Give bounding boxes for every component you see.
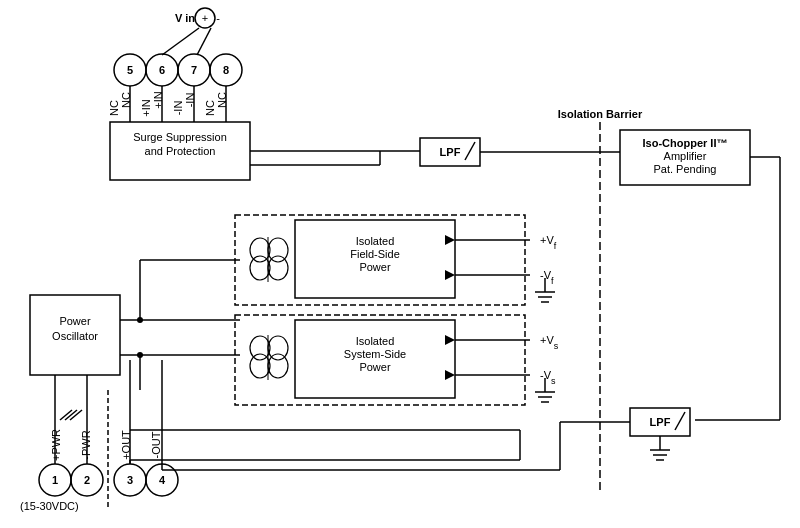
- pwr-neg-label: -PWR: [80, 430, 92, 459]
- schematic-diagram: V in + - 5 6 7 8 NC +IN -IN NC NC +IN -I…: [0, 0, 800, 528]
- terminal-4: 4: [159, 474, 166, 486]
- svg-point-75: [137, 317, 143, 323]
- v-in-label: V in: [175, 12, 195, 24]
- svg-text:NC: NC: [108, 100, 120, 116]
- svg-text:5: 5: [127, 64, 133, 76]
- svg-text:-: -: [216, 12, 220, 24]
- svg-text:8: 8: [223, 64, 229, 76]
- pwr-pos-label: +PWR: [50, 429, 62, 461]
- lpf-bottom-label: LPF: [650, 416, 671, 428]
- isolated-field-label2: Field-Side: [350, 248, 400, 260]
- surge-suppression-label: Surge Suppression: [133, 131, 227, 143]
- surge-suppression-label2: and Protection: [145, 145, 216, 157]
- isolated-system-label: Isolated: [356, 335, 395, 347]
- pat-pending-label: Pat. Pending: [654, 163, 717, 175]
- power-oscillator-label: Power: [59, 315, 91, 327]
- voltage-range-label: (15-30VDC): [20, 500, 79, 512]
- isolated-field-label: Isolated: [356, 235, 395, 247]
- terminal-2: 2: [84, 474, 90, 486]
- lpf-top-label: LPF: [440, 146, 461, 158]
- iso-chopper-label: Iso-Chopper II™: [643, 137, 728, 149]
- svg-point-76: [137, 352, 143, 358]
- power-oscillator-label2: Oscillator: [52, 330, 98, 342]
- isolated-system-label2: System-Side: [344, 348, 406, 360]
- svg-text:+IN: +IN: [140, 99, 152, 116]
- svg-text:-IN: -IN: [172, 101, 184, 116]
- svg-text:NC: NC: [204, 100, 216, 116]
- isolation-barrier-label: Isolation Barrier: [558, 108, 643, 120]
- isolated-system-label3: Power: [359, 361, 391, 373]
- terminal-3: 3: [127, 474, 133, 486]
- terminal-1: 1: [52, 474, 58, 486]
- svg-text:+: +: [202, 12, 208, 24]
- isolated-field-label3: Power: [359, 261, 391, 273]
- amplifier-label: Amplifier: [664, 150, 707, 162]
- out-neg-label: -OUT: [150, 431, 162, 458]
- svg-text:7: 7: [191, 64, 197, 76]
- svg-text:6: 6: [159, 64, 165, 76]
